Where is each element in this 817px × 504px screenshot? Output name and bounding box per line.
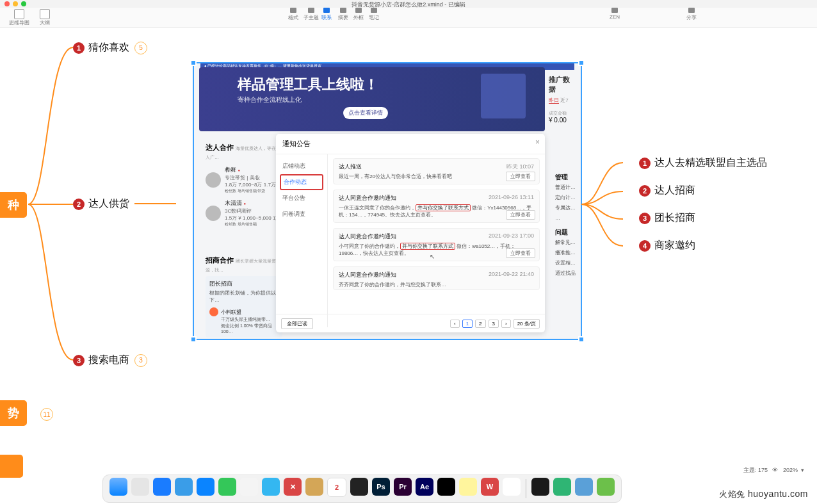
app-toolbar: 思维导图 大纲 格式 子主题 联系 摘要 外框 笔记 ZEN 分享 xyxy=(0,8,817,28)
left-node-2[interactable]: 2 达人供货 xyxy=(73,197,129,211)
influencer-section: 达人合作 海量优质达人，等在达人广… 桦舞 ● 专注带货 | 美妆 1.8万 7… xyxy=(206,140,282,232)
connector-line xyxy=(134,203,176,204)
dock-app[interactable] xyxy=(305,478,323,496)
right-partial-labels: 管理 普通计… 定向计… 专属达… … 问题 解常见… 播准推… 设置相… 通过… xyxy=(555,172,577,279)
modal-content: 达人推送昨天 10:07 最近一周，有20位达人与您非常合适，快来看看吧 立即查… xyxy=(328,154,545,327)
dock-app[interactable]: Pr xyxy=(394,478,412,496)
highlighted-text: 并与你交换了联系方式 xyxy=(400,243,455,250)
share-icon xyxy=(688,8,695,13)
left-node-3[interactable]: 3 搜索电商 3 xyxy=(73,354,147,367)
dock-app[interactable] xyxy=(597,478,615,496)
toolbar-format[interactable]: 格式 xyxy=(288,8,298,21)
influencer-card[interactable]: 桦舞 ● 专注带货 | 美妆 1.8万 7,000~8万 1.7万 粉丝数 场均… xyxy=(206,166,282,194)
notification-item: 达人同意合作邀约通知2021-09-22 21:40 齐齐同意了你的合作邀约，并… xyxy=(333,266,540,290)
toolbar-mindmap-view[interactable]: 思维导图 xyxy=(9,8,29,26)
tab-survey[interactable]: 问卷调查 xyxy=(276,206,327,222)
dock-app[interactable] xyxy=(109,478,127,496)
dock-app[interactable] xyxy=(575,478,593,496)
dock-app[interactable] xyxy=(531,478,549,496)
link-icon xyxy=(323,8,330,13)
view-now-button[interactable]: 立即查看 xyxy=(506,248,535,258)
node-label: 猜你喜欢 xyxy=(88,41,129,54)
tab-shop-news[interactable]: 店铺动态 xyxy=(276,158,327,174)
tab-cooperation[interactable]: 合作动态 xyxy=(280,174,323,190)
chevron-down-icon[interactable]: ▾ xyxy=(801,467,804,473)
toolbar-share[interactable]: 分享 xyxy=(686,8,697,21)
right-node-4[interactable]: 4商家邀约 xyxy=(639,239,767,252)
pagination: ‹ 1 2 3 › 20 条/页 xyxy=(450,319,540,329)
dock-app[interactable] xyxy=(503,478,521,496)
toolbar-relationship[interactable]: 联系 xyxy=(321,8,332,21)
dock-app[interactable] xyxy=(437,478,455,496)
banner-cta-button[interactable]: 点击查看详情 xyxy=(343,107,388,119)
toolbar-boundary[interactable]: 外框 xyxy=(353,8,364,21)
resize-handle[interactable] xyxy=(578,336,585,343)
root-node-2[interactable]: 势 xyxy=(0,400,27,426)
dock-app[interactable]: Ae xyxy=(416,478,433,496)
right-node-group: 1达人去精选联盟自主选品 2达人招商 3团长招商 4商家邀约 xyxy=(639,156,767,266)
right-node-1[interactable]: 1达人去精选联盟自主选品 xyxy=(639,156,767,170)
macos-dock[interactable]: ✕2PsPrAeW xyxy=(102,475,622,503)
banner-illustration xyxy=(481,74,526,118)
toolbar-subtopic[interactable]: 子主题 xyxy=(303,8,319,21)
count-bubble: 3 xyxy=(134,354,147,367)
pager-page[interactable]: 3 xyxy=(489,320,499,328)
zoom-level[interactable]: 202% xyxy=(783,467,798,473)
num-badge: 1 xyxy=(73,42,85,54)
dock-app[interactable] xyxy=(262,478,280,496)
dock-app[interactable] xyxy=(240,478,258,496)
embedded-screenshot[interactable]: ● 已经计价商品默认支持发票单件（红:蜡）… 请重新修改送货单设置 样品管理工具… xyxy=(193,63,581,339)
dock-app[interactable] xyxy=(553,478,571,496)
tab-platform-notice[interactable]: 平台公告 xyxy=(276,190,327,206)
resize-handle[interactable] xyxy=(190,336,197,343)
pager-next[interactable]: › xyxy=(501,320,511,328)
logo-icon xyxy=(209,307,218,316)
right-node-2[interactable]: 2达人招商 xyxy=(639,184,767,197)
toolbar-notes[interactable]: 笔记 xyxy=(369,8,379,21)
node-label: 达人供货 xyxy=(88,197,129,211)
dock-app[interactable] xyxy=(218,478,236,496)
pager-size[interactable]: 20 条/页 xyxy=(514,319,540,329)
dock-app[interactable] xyxy=(175,478,193,496)
pager-page[interactable]: 2 xyxy=(475,320,485,328)
num-badge: 3 xyxy=(73,355,85,366)
left-branches xyxy=(28,41,79,368)
resize-handle[interactable] xyxy=(578,60,585,66)
close-icon[interactable]: × xyxy=(535,138,540,147)
num-badge: 2 xyxy=(639,185,651,197)
view-now-button[interactable]: 立即查看 xyxy=(506,172,535,181)
dock-app[interactable] xyxy=(153,478,171,496)
dock-app[interactable] xyxy=(131,478,149,496)
left-node-1[interactable]: 1 猜你喜欢 5 xyxy=(73,41,147,54)
root-node-3[interactable] xyxy=(0,455,23,478)
grid-icon xyxy=(14,9,24,19)
right-node-3[interactable]: 3团长招商 xyxy=(639,211,767,225)
notification-item: 达人推送昨天 10:07 最近一周，有20位达人与您非常合适，快来看看吧 立即查… xyxy=(333,158,540,184)
root-node-1[interactable]: 种 xyxy=(0,192,27,218)
toolbar-zen[interactable]: ZEN xyxy=(610,8,620,20)
recruit-card[interactable]: 团长招商 根据的团长划铺，为你提供以下… 小料联盟 千万级头部主播纯佣带… 佣金… xyxy=(206,276,282,337)
pager-prev[interactable]: ‹ xyxy=(450,320,460,328)
notification-modal: 通知公告 × 店铺动态 合作动态 平台公告 问卷调查 达人推送昨天 10:07 … xyxy=(276,134,545,332)
influencer-card[interactable]: 木清清 ● 3C数码测评 1.5万 ¥ 1,090~5,000 1万 粉丝数 场… xyxy=(206,199,282,227)
node-label: 搜索电商 xyxy=(88,354,129,367)
pager-page[interactable]: 1 xyxy=(462,320,473,328)
dock-app[interactable]: 2 xyxy=(327,478,346,497)
list-icon xyxy=(40,9,50,19)
dock-app[interactable]: W xyxy=(481,478,499,496)
dock-app[interactable] xyxy=(197,478,214,496)
avatar xyxy=(206,206,221,221)
visibility-icon[interactable]: 👁 xyxy=(772,467,778,473)
view-now-button[interactable]: 立即查看 xyxy=(506,210,535,220)
zen-icon xyxy=(611,8,618,13)
toolbar-summary[interactable]: 摘要 xyxy=(338,8,348,21)
resize-handle[interactable] xyxy=(190,60,197,66)
dock-app[interactable] xyxy=(350,478,368,496)
toolbar-outline-view[interactable]: 大纲 xyxy=(40,8,50,26)
dock-app[interactable]: ✕ xyxy=(284,478,302,496)
dock-app[interactable]: Ps xyxy=(372,478,390,496)
notification-item: 达人同意合作邀约通知2021-09-23 17:00 小可同意了你的合作邀约，并… xyxy=(333,228,540,261)
mark-all-read-button[interactable]: 全部已读 xyxy=(281,318,313,329)
notification-item: 达人同意合作邀约通知2021-09-26 13:11 一休王连文同意了你的合作邀… xyxy=(333,190,540,223)
dock-app[interactable] xyxy=(459,478,477,496)
